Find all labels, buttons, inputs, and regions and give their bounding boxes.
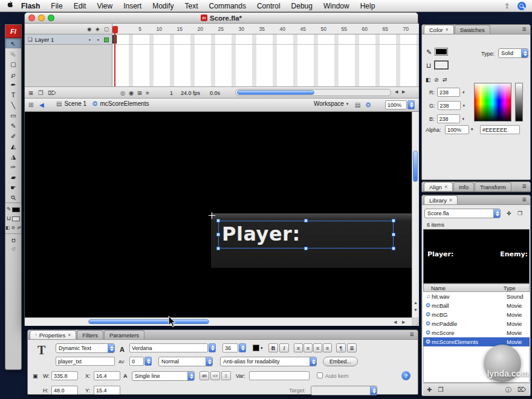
height-field[interactable]: 48.0 (51, 386, 78, 395)
rectangle-tool[interactable]: ▭ (5, 110, 21, 120)
window-titlebar[interactable]: Fl Score.fla* (25, 13, 418, 24)
delete-item-button[interactable]: ⌦ (517, 387, 526, 393)
breadcrumb-symbol[interactable]: ❂ mcScoreElements (92, 100, 149, 107)
paint-bucket-tool[interactable]: ◮ (5, 151, 21, 161)
fill-type-dropdown[interactable]: Solid (498, 48, 528, 58)
free-transform-tool[interactable]: ▢ (5, 59, 21, 69)
stroke-color-swatch[interactable] (435, 48, 448, 56)
layer-outline-color[interactable] (104, 37, 109, 42)
selection-handle[interactable] (392, 233, 395, 236)
hex-field[interactable]: #EEEEEE (480, 125, 520, 134)
line-type-dropdown[interactable]: Single line (132, 371, 195, 381)
column-type[interactable]: Type (504, 285, 516, 291)
show-hide-eye-icon[interactable]: ◉ (87, 26, 91, 32)
embed-button[interactable]: Embed... (323, 357, 358, 366)
align-justify-button[interactable]: ≡ (323, 343, 332, 352)
text-tool[interactable]: T (5, 89, 21, 100)
default-colors-button[interactable]: ◧ (5, 225, 10, 230)
swap-colors-button[interactable]: ⇄ (17, 225, 21, 230)
swap-colors-button[interactable]: ⇄ (443, 77, 447, 83)
tab-align[interactable]: Align × (424, 182, 453, 191)
close-tab-icon[interactable]: × (68, 332, 71, 338)
selection-handle[interactable] (392, 219, 395, 222)
new-folder-button[interactable]: ❐ (438, 387, 443, 393)
close-tab-icon[interactable]: × (444, 184, 447, 190)
y-field[interactable]: 15.4 (94, 386, 120, 395)
edit-multiple-frames-button[interactable]: ≡ (146, 89, 149, 96)
paragraph-options-button[interactable]: ≣ (347, 343, 357, 352)
spotlight-icon[interactable] (517, 2, 526, 10)
tab-info[interactable]: Info (453, 182, 474, 191)
render-html-button[interactable]: <> (210, 371, 220, 380)
channel-slider-icon[interactable]: ▾ (462, 117, 465, 121)
smooth-option-icon[interactable]: ↺ (11, 247, 16, 252)
insert-layer-button[interactable]: ⊞ (28, 89, 33, 96)
stage-vertical-scrollbar[interactable]: ▲ ▼ (412, 112, 419, 317)
channel-slider-icon[interactable]: ▾ (463, 103, 465, 108)
width-field[interactable]: 335.8 (51, 371, 78, 380)
font-stepper[interactable] (209, 343, 216, 352)
menu-file[interactable]: File (45, 2, 68, 10)
close-window-button[interactable] (28, 15, 35, 21)
help-icon[interactable]: ? (401, 371, 410, 380)
workspace-menu[interactable]: Workspace ▾ (314, 100, 348, 107)
text-color-swatch[interactable] (253, 345, 259, 351)
selectable-button[interactable]: ab (199, 371, 209, 380)
new-symbol-button[interactable]: ✚ (427, 387, 432, 393)
library-item[interactable]: ❂ mcScoreElements Movie (423, 337, 530, 346)
column-name[interactable]: Name (431, 285, 446, 291)
new-library-window-icon[interactable]: ❐ (517, 210, 522, 216)
insert-folder-button[interactable]: ❐ (38, 89, 44, 96)
onion-outline-button[interactable]: ⊞ (137, 89, 142, 96)
apple-menu-icon[interactable] (6, 1, 13, 11)
pin-library-icon[interactable]: ✜ (507, 210, 511, 216)
panel-menu-icon[interactable]: ≣ (522, 184, 527, 189)
playhead-marker[interactable] (112, 26, 118, 33)
delete-layer-button[interactable]: ⌦ (48, 89, 56, 96)
zoom-level-field[interactable]: 100% (385, 100, 407, 109)
ink-bottle-tool[interactable]: ◭ (5, 141, 21, 151)
menu-debug[interactable]: Debug (286, 2, 318, 10)
window-resize-grip[interactable] (412, 317, 419, 326)
outline-layers-icon[interactable]: ▢ (104, 26, 109, 32)
onion-skin-button[interactable]: ◉ (129, 89, 134, 96)
default-colors-button[interactable]: ◧ (426, 77, 431, 83)
x-field[interactable]: 16.4 (94, 371, 120, 380)
panel-menu-icon[interactable]: ≣ (522, 27, 527, 32)
menu-insert[interactable]: Insert (118, 2, 147, 10)
timeline-scrollbar[interactable] (235, 89, 391, 96)
library-item[interactable]: ❂ mcBG Movie (423, 310, 530, 319)
pencil-tool[interactable]: ✎ (5, 120, 21, 131)
pasteboard-toggle-icon[interactable]: ⊞ (28, 102, 33, 108)
library-item[interactable]: ❂ mcPaddle Movie (423, 319, 530, 328)
subselection-tool[interactable]: ↖ (5, 48, 21, 59)
scroll-left-arrow[interactable]: ◀ (395, 89, 398, 94)
font-size-field[interactable]: 36 (222, 343, 238, 352)
upload-status-icon[interactable]: ⇪ (504, 2, 510, 10)
breadcrumb-scene[interactable]: ▤ Scene 1 (56, 100, 86, 107)
fill-color-swatch[interactable] (435, 61, 448, 69)
bold-button[interactable]: B (268, 343, 278, 352)
selection-handle[interactable] (216, 219, 220, 222)
selection-handle[interactable] (304, 247, 308, 250)
hand-tool[interactable]: ☛ (5, 182, 21, 192)
panel-menu-icon[interactable]: ≣ (409, 332, 414, 337)
menu-text[interactable]: Text (180, 2, 204, 10)
edit-symbol-button[interactable]: ❂ (366, 102, 371, 108)
lasso-tool[interactable]: ℘ (5, 69, 21, 79)
align-right-button[interactable]: ≡ (313, 343, 322, 352)
channel-value-field[interactable]: 238 (437, 114, 460, 123)
zoom-tool[interactable]: ⚲ (5, 192, 21, 203)
selection-tool[interactable]: ↖ (5, 38, 21, 48)
vertical-scroll-thumb[interactable] (413, 151, 418, 182)
zoom-stepper[interactable] (407, 100, 415, 109)
line-tool[interactable]: ╲ (5, 100, 21, 110)
back-button[interactable]: ◀ (39, 102, 44, 108)
font-size-stepper[interactable] (239, 343, 246, 352)
menu-commands[interactable]: Commands (204, 2, 251, 10)
color-spectrum[interactable] (474, 83, 511, 122)
show-border-button[interactable]: ▯ (221, 371, 231, 380)
fill-color-swatch[interactable] (12, 216, 20, 221)
font-field[interactable]: Verdana (129, 343, 208, 352)
paragraph-button[interactable]: ¶ (336, 343, 346, 352)
